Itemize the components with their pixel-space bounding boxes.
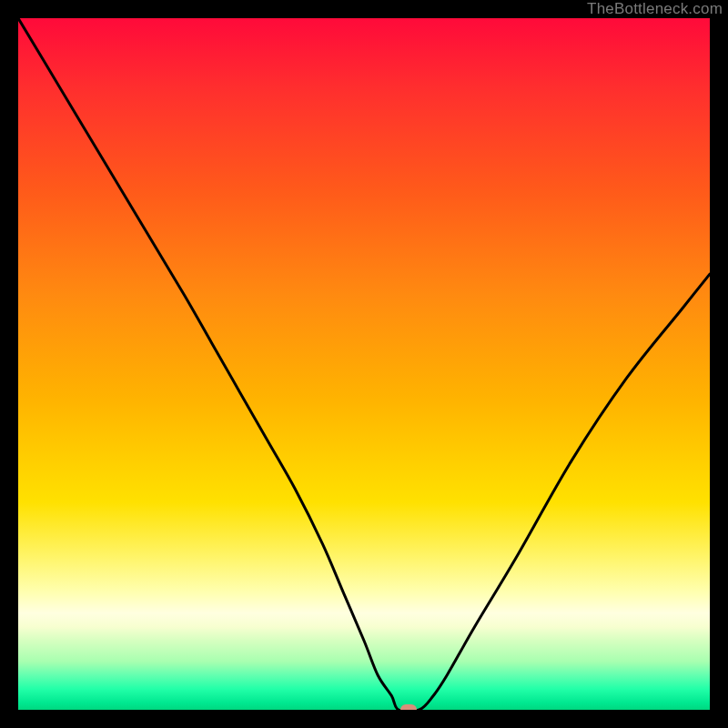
- watermark-text: TheBottleneck.com: [587, 0, 723, 18]
- plot-area: [18, 18, 710, 710]
- minimum-marker: [400, 704, 417, 710]
- bottleneck-curve: [18, 18, 710, 710]
- chart-frame: TheBottleneck.com: [0, 0, 728, 728]
